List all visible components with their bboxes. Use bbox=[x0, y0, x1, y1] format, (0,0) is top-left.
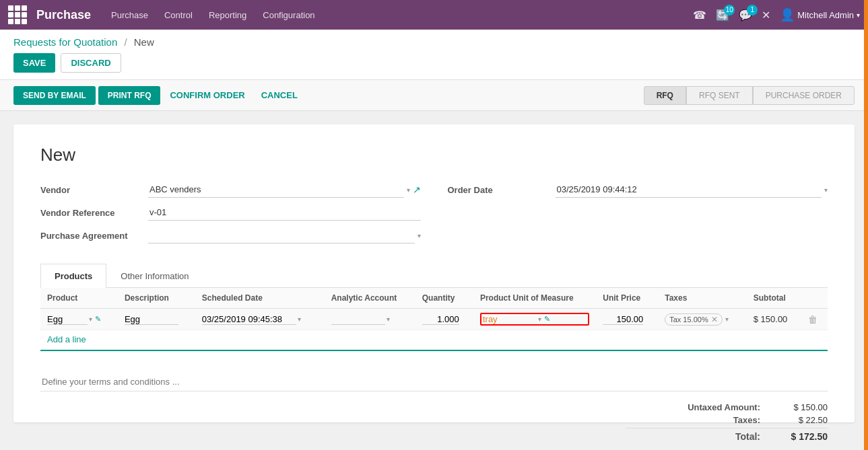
breadcrumb-parent[interactable]: Requests for Quotation bbox=[13, 36, 117, 48]
purchase-agreement-wrap: ▾ bbox=[148, 227, 421, 243]
discard-button[interactable]: DISCARD bbox=[61, 53, 121, 73]
add-line-button[interactable]: Add a line bbox=[40, 330, 93, 348]
username: Mitchell Admin bbox=[797, 10, 854, 20]
chat-icon[interactable]: 💬1 bbox=[739, 9, 752, 22]
cell-delete: 🗑 bbox=[801, 309, 828, 330]
untaxed-row: Untaxed Amount: $ 150.00 bbox=[626, 402, 828, 412]
analytic-wrap: ▾ bbox=[331, 314, 409, 325]
order-date-label: Order Date bbox=[448, 185, 556, 195]
vendor-label: Vendor bbox=[40, 185, 148, 195]
col-subtotal: Subtotal bbox=[747, 288, 801, 309]
chat-badge: 1 bbox=[747, 5, 758, 15]
vendor-ext-link-icon[interactable]: ↗ bbox=[413, 184, 421, 195]
terms-input[interactable] bbox=[40, 373, 828, 391]
product-select-wrap: ▾ ✎ bbox=[47, 314, 111, 325]
tax-remove-icon[interactable]: ✕ bbox=[711, 315, 718, 324]
order-date-wrap: ▾ bbox=[556, 182, 828, 198]
status-purchase-order[interactable]: PURCHASE ORDER bbox=[753, 86, 855, 105]
vendor-dropdown-icon[interactable]: ▾ bbox=[407, 186, 410, 194]
uom-wrap: ▾ ✎ bbox=[480, 313, 589, 326]
send-by-email-button[interactable]: SEND BY EMAIL bbox=[13, 86, 96, 105]
grid-menu-icon[interactable] bbox=[8, 5, 27, 24]
navbar-item-configuration[interactable]: Configuration bbox=[263, 7, 314, 23]
form-card: New Vendor ▾ ↗ Vendor Reference bbox=[13, 124, 855, 422]
vendor-ref-row: Vendor Reference bbox=[40, 204, 421, 221]
taxes-label: Taxes: bbox=[653, 415, 760, 425]
cell-description bbox=[118, 309, 195, 330]
updates-badge: 10 bbox=[724, 5, 735, 15]
order-date-input[interactable] bbox=[556, 182, 822, 198]
user-menu[interactable]: 👤 Mitchell Admin ▾ bbox=[780, 7, 860, 22]
delete-row-icon[interactable]: 🗑 bbox=[808, 314, 817, 325]
vendor-field-wrap: ▾ ↗ bbox=[148, 182, 421, 198]
navbar-item-control[interactable]: Control bbox=[164, 7, 193, 23]
uom-dropdown-icon[interactable]: ▾ bbox=[538, 315, 541, 323]
scheduled-date-input[interactable] bbox=[202, 314, 296, 325]
close-icon[interactable]: ✕ bbox=[762, 9, 770, 22]
scheduled-date-dropdown-icon[interactable]: ▾ bbox=[298, 315, 301, 323]
breadcrumb: Requests for Quotation / New bbox=[13, 36, 855, 48]
description-input[interactable] bbox=[125, 314, 178, 325]
col-description: Description bbox=[118, 288, 195, 309]
tax-badge-label: Tax 15.00% bbox=[669, 315, 708, 324]
taxes-dropdown-icon[interactable]: ▾ bbox=[725, 315, 729, 323]
analytic-dropdown-icon[interactable]: ▾ bbox=[387, 315, 390, 323]
updates-icon[interactable]: 🔄10 bbox=[716, 9, 729, 22]
col-quantity: Quantity bbox=[415, 288, 473, 309]
purchase-agreement-row: Purchase Agreement ▾ bbox=[40, 227, 421, 243]
taxes-wrap: Tax 15.00% ✕ ▾ bbox=[665, 313, 740, 326]
cell-taxes: Tax 15.00% ✕ ▾ bbox=[658, 309, 747, 330]
untaxed-value: $ 150.00 bbox=[774, 402, 828, 412]
quantity-input[interactable] bbox=[422, 314, 459, 325]
vendor-row: Vendor ▾ ↗ bbox=[40, 182, 421, 198]
uom-edit-icon[interactable]: ✎ bbox=[544, 315, 550, 324]
total-row: Total: $ 172.50 bbox=[626, 428, 828, 442]
taxes-row: Taxes: $ 22.50 bbox=[626, 415, 828, 425]
col-actions bbox=[801, 288, 828, 309]
status-rfq[interactable]: RFQ bbox=[644, 86, 686, 105]
right-scrollbar[interactable] bbox=[864, 0, 868, 445]
tab-products[interactable]: Products bbox=[40, 264, 106, 288]
cell-product: ▾ ✎ bbox=[40, 309, 118, 330]
cancel-button[interactable]: CANCEL bbox=[255, 85, 304, 105]
cell-unit-price bbox=[596, 309, 658, 330]
form-right-col: Order Date ▾ bbox=[448, 182, 828, 250]
print-rfq-button[interactable]: PRINT RFQ bbox=[98, 86, 161, 105]
user-dropdown-icon[interactable]: ▾ bbox=[857, 11, 860, 19]
product-dropdown-icon[interactable]: ▾ bbox=[89, 315, 92, 323]
unit-price-input[interactable] bbox=[603, 314, 643, 325]
product-input[interactable] bbox=[47, 314, 88, 325]
app-name: Purchase bbox=[36, 8, 91, 22]
table-header-row: Product Description Scheduled Date Analy… bbox=[40, 288, 828, 309]
vendor-ref-input[interactable] bbox=[148, 204, 421, 221]
phone-icon[interactable]: ☎ bbox=[693, 9, 706, 22]
form-left-col: Vendor ▾ ↗ Vendor Reference Purchase Agr… bbox=[40, 182, 421, 250]
tab-other-information[interactable]: Other Information bbox=[106, 264, 203, 288]
breadcrumb-bar: Requests for Quotation / New SAVE DISCAR… bbox=[0, 30, 868, 80]
vendor-ref-wrap bbox=[148, 204, 421, 221]
col-analytic-account: Analytic Account bbox=[325, 288, 415, 309]
uom-input[interactable] bbox=[483, 314, 537, 324]
total-label: Total: bbox=[653, 431, 760, 442]
confirm-order-button[interactable]: CONFIRM ORDER bbox=[163, 85, 251, 105]
table-row: ▾ ✎ ▾ bbox=[40, 309, 828, 330]
cell-scheduled-date: ▾ bbox=[195, 309, 325, 330]
status-rfq-sent[interactable]: RFQ SENT bbox=[686, 86, 753, 105]
product-edit-icon[interactable]: ✎ bbox=[95, 315, 101, 324]
navbar-item-purchase[interactable]: Purchase bbox=[111, 7, 148, 23]
subtotal-value: $ 150.00 bbox=[754, 314, 788, 324]
purchase-agreement-input[interactable] bbox=[148, 227, 415, 243]
purchase-agreement-dropdown-icon[interactable]: ▾ bbox=[418, 232, 421, 239]
navbar-menu: Purchase Control Reporting Configuration bbox=[111, 7, 315, 23]
save-button[interactable]: SAVE bbox=[13, 53, 55, 73]
order-date-dropdown-icon[interactable]: ▾ bbox=[824, 186, 828, 194]
tabs: Products Other Information bbox=[40, 264, 828, 288]
purchase-agreement-label: Purchase Agreement bbox=[40, 231, 148, 241]
action-buttons: SAVE DISCARD bbox=[13, 53, 855, 79]
breadcrumb-current: New bbox=[134, 36, 154, 48]
navbar-item-reporting[interactable]: Reporting bbox=[209, 7, 246, 23]
total-value: $ 172.50 bbox=[774, 431, 828, 442]
analytic-input[interactable] bbox=[331, 314, 385, 325]
vendor-input[interactable] bbox=[148, 182, 404, 198]
totals-block: Untaxed Amount: $ 150.00 Taxes: $ 22.50 … bbox=[626, 402, 828, 445]
